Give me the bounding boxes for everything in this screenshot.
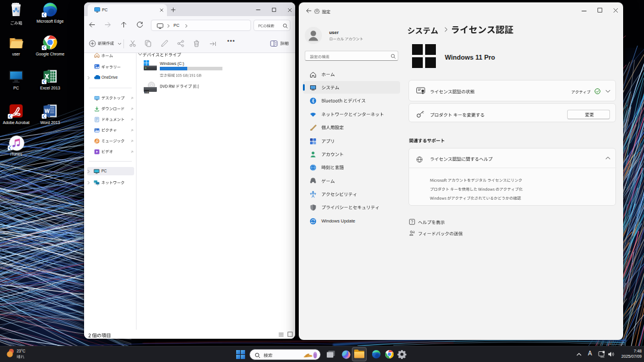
svg-text:DVD: DVD — [145, 91, 150, 94]
